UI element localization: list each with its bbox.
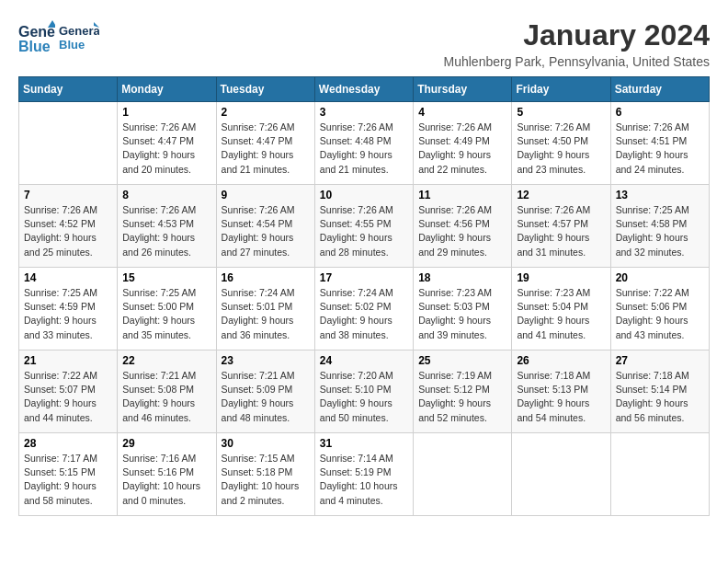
day-info: Sunrise: 7:25 AM Sunset: 4:59 PM Dayligh…	[24, 286, 112, 342]
month-title: January 2024	[444, 18, 711, 52]
calendar-week-row: 7Sunrise: 7:26 AM Sunset: 4:52 PM Daylig…	[19, 185, 710, 268]
weekday-header-sunday: Sunday	[19, 77, 118, 102]
calendar-cell: 22Sunrise: 7:21 AM Sunset: 5:08 PM Dayli…	[118, 350, 216, 433]
day-number: 29	[122, 437, 210, 450]
day-info: Sunrise: 7:19 AM Sunset: 5:12 PM Dayligh…	[418, 369, 506, 425]
day-number: 25	[418, 354, 506, 367]
day-info: Sunrise: 7:26 AM Sunset: 4:50 PM Dayligh…	[517, 121, 605, 177]
day-number: 14	[24, 271, 112, 284]
day-number: 15	[122, 271, 210, 284]
calendar-cell: 31Sunrise: 7:14 AM Sunset: 5:19 PM Dayli…	[314, 433, 413, 516]
calendar-cell	[610, 433, 709, 516]
day-number: 28	[24, 437, 112, 450]
day-number: 17	[320, 271, 408, 284]
svg-text:General: General	[59, 24, 99, 38]
day-number: 30	[222, 437, 310, 450]
calendar-cell: 19Sunrise: 7:23 AM Sunset: 5:04 PM Dayli…	[512, 268, 610, 350]
calendar-cell: 15Sunrise: 7:25 AM Sunset: 5:00 PM Dayli…	[118, 268, 216, 350]
weekday-header-friday: Friday	[512, 77, 610, 102]
day-number: 12	[517, 189, 605, 201]
calendar-cell	[414, 433, 512, 516]
calendar-week-row: 14Sunrise: 7:25 AM Sunset: 4:59 PM Dayli…	[19, 268, 710, 350]
calendar-cell: 4Sunrise: 7:26 AM Sunset: 4:49 PM Daylig…	[414, 102, 512, 185]
calendar-cell: 8Sunrise: 7:26 AM Sunset: 4:53 PM Daylig…	[118, 185, 216, 268]
day-info: Sunrise: 7:26 AM Sunset: 4:53 PM Dayligh…	[122, 203, 210, 259]
weekday-header-thursday: Thursday	[414, 77, 512, 102]
location-subtitle: Muhlenberg Park, Pennsylvania, United St…	[444, 54, 711, 69]
day-number: 7	[24, 189, 112, 201]
weekday-header-tuesday: Tuesday	[216, 77, 314, 102]
day-info: Sunrise: 7:21 AM Sunset: 5:08 PM Dayligh…	[122, 369, 210, 425]
day-info: Sunrise: 7:26 AM Sunset: 4:47 PM Dayligh…	[122, 121, 210, 177]
day-info: Sunrise: 7:22 AM Sunset: 5:07 PM Dayligh…	[24, 369, 112, 425]
day-number: 5	[517, 106, 605, 119]
svg-text:Blue: Blue	[59, 38, 85, 52]
calendar-cell	[512, 433, 610, 516]
page-header: General Blue General Blue January 2024 M…	[18, 18, 710, 69]
day-number: 6	[616, 106, 704, 119]
day-number: 24	[320, 354, 408, 367]
day-info: Sunrise: 7:24 AM Sunset: 5:02 PM Dayligh…	[320, 286, 408, 342]
day-info: Sunrise: 7:16 AM Sunset: 5:16 PM Dayligh…	[122, 452, 210, 508]
calendar-week-row: 21Sunrise: 7:22 AM Sunset: 5:07 PM Dayli…	[19, 350, 710, 433]
day-number: 11	[418, 189, 506, 201]
weekday-header-wednesday: Wednesday	[314, 77, 413, 102]
calendar-cell: 14Sunrise: 7:25 AM Sunset: 4:59 PM Dayli…	[19, 268, 118, 350]
day-info: Sunrise: 7:18 AM Sunset: 5:13 PM Dayligh…	[517, 369, 605, 425]
day-number: 8	[122, 189, 210, 201]
day-info: Sunrise: 7:26 AM Sunset: 4:52 PM Dayligh…	[24, 203, 112, 259]
calendar-cell: 28Sunrise: 7:17 AM Sunset: 5:15 PM Dayli…	[19, 433, 118, 516]
day-info: Sunrise: 7:25 AM Sunset: 5:00 PM Dayligh…	[122, 286, 210, 342]
day-number: 27	[616, 354, 704, 367]
calendar-header-row: SundayMondayTuesdayWednesdayThursdayFrid…	[19, 77, 710, 102]
day-number: 2	[222, 106, 310, 119]
day-info: Sunrise: 7:24 AM Sunset: 5:01 PM Dayligh…	[222, 286, 310, 342]
calendar-cell: 3Sunrise: 7:26 AM Sunset: 4:48 PM Daylig…	[314, 102, 413, 185]
calendar-week-row: 28Sunrise: 7:17 AM Sunset: 5:15 PM Dayli…	[19, 433, 710, 516]
day-info: Sunrise: 7:20 AM Sunset: 5:10 PM Dayligh…	[320, 369, 408, 425]
calendar-cell: 21Sunrise: 7:22 AM Sunset: 5:07 PM Dayli…	[19, 350, 118, 433]
day-info: Sunrise: 7:22 AM Sunset: 5:06 PM Dayligh…	[616, 286, 704, 342]
day-info: Sunrise: 7:26 AM Sunset: 4:56 PM Dayligh…	[418, 203, 506, 259]
day-info: Sunrise: 7:21 AM Sunset: 5:09 PM Dayligh…	[222, 369, 310, 425]
calendar-cell: 23Sunrise: 7:21 AM Sunset: 5:09 PM Dayli…	[216, 350, 314, 433]
calendar-cell: 29Sunrise: 7:16 AM Sunset: 5:16 PM Dayli…	[118, 433, 216, 516]
day-number: 1	[122, 106, 210, 119]
svg-text:Blue: Blue	[18, 39, 51, 54]
day-info: Sunrise: 7:26 AM Sunset: 4:47 PM Dayligh…	[222, 121, 310, 177]
day-number: 18	[418, 271, 506, 284]
calendar-cell: 16Sunrise: 7:24 AM Sunset: 5:01 PM Dayli…	[216, 268, 314, 350]
day-info: Sunrise: 7:18 AM Sunset: 5:14 PM Dayligh…	[616, 369, 704, 425]
day-number: 23	[222, 354, 310, 367]
calendar-cell: 5Sunrise: 7:26 AM Sunset: 4:50 PM Daylig…	[512, 102, 610, 185]
day-number: 13	[616, 189, 704, 201]
logo-icon: General Blue	[18, 20, 55, 57]
day-info: Sunrise: 7:26 AM Sunset: 4:54 PM Dayligh…	[222, 203, 310, 259]
calendar-cell: 17Sunrise: 7:24 AM Sunset: 5:02 PM Dayli…	[314, 268, 413, 350]
day-info: Sunrise: 7:14 AM Sunset: 5:19 PM Dayligh…	[320, 452, 408, 508]
day-number: 9	[222, 189, 310, 201]
day-info: Sunrise: 7:25 AM Sunset: 4:58 PM Dayligh…	[616, 203, 704, 259]
day-info: Sunrise: 7:26 AM Sunset: 4:48 PM Dayligh…	[320, 121, 408, 177]
calendar-cell: 26Sunrise: 7:18 AM Sunset: 5:13 PM Dayli…	[512, 350, 610, 433]
calendar-cell: 27Sunrise: 7:18 AM Sunset: 5:14 PM Dayli…	[610, 350, 709, 433]
day-info: Sunrise: 7:23 AM Sunset: 5:04 PM Dayligh…	[517, 286, 605, 342]
calendar-cell: 12Sunrise: 7:26 AM Sunset: 4:57 PM Dayli…	[512, 185, 610, 268]
day-info: Sunrise: 7:26 AM Sunset: 4:51 PM Dayligh…	[616, 121, 704, 177]
calendar-week-row: 1Sunrise: 7:26 AM Sunset: 4:47 PM Daylig…	[19, 102, 710, 185]
weekday-header-saturday: Saturday	[610, 77, 709, 102]
calendar-cell: 20Sunrise: 7:22 AM Sunset: 5:06 PM Dayli…	[610, 268, 709, 350]
day-info: Sunrise: 7:15 AM Sunset: 5:18 PM Dayligh…	[222, 452, 310, 508]
calendar-cell: 13Sunrise: 7:25 AM Sunset: 4:58 PM Dayli…	[610, 185, 709, 268]
day-number: 31	[320, 437, 408, 450]
calendar-cell: 30Sunrise: 7:15 AM Sunset: 5:18 PM Dayli…	[216, 433, 314, 516]
calendar-table: SundayMondayTuesdayWednesdayThursdayFrid…	[18, 76, 710, 516]
day-number: 4	[418, 106, 506, 119]
day-info: Sunrise: 7:17 AM Sunset: 5:15 PM Dayligh…	[24, 452, 112, 508]
calendar-cell: 6Sunrise: 7:26 AM Sunset: 4:51 PM Daylig…	[610, 102, 709, 185]
title-section: January 2024 Muhlenberg Park, Pennsylvan…	[444, 18, 711, 69]
day-number: 16	[222, 271, 310, 284]
calendar-cell: 7Sunrise: 7:26 AM Sunset: 4:52 PM Daylig…	[19, 185, 118, 268]
calendar-cell: 24Sunrise: 7:20 AM Sunset: 5:10 PM Dayli…	[314, 350, 413, 433]
day-info: Sunrise: 7:26 AM Sunset: 4:57 PM Dayligh…	[517, 203, 605, 259]
